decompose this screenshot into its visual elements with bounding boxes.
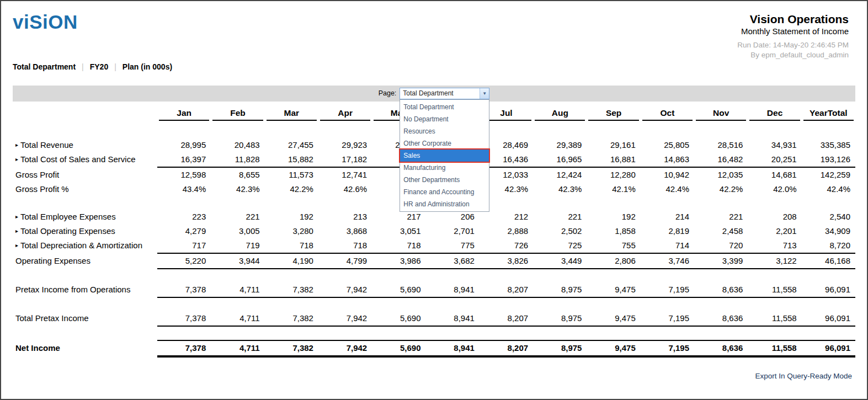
dropdown-option[interactable]: Total Department xyxy=(400,101,489,113)
row-label-text: Gross Profit xyxy=(15,168,59,182)
cell: 28,516 xyxy=(694,138,748,152)
cell: 28,995 xyxy=(157,138,211,152)
row-label: ▸Total Employee Expenses xyxy=(13,210,157,224)
cell: 775 xyxy=(426,238,480,253)
cell: 11,828 xyxy=(211,152,264,167)
cell: 714 xyxy=(641,238,694,253)
cell: 2,458 xyxy=(694,224,748,238)
cell: 42.2% xyxy=(694,182,748,196)
row-label: Gross Profit xyxy=(13,168,157,182)
cell: 7,382 xyxy=(265,341,318,355)
row-label-text: Total Revenue xyxy=(20,138,73,152)
header: viSiON Vision Operations Monthly Stateme… xyxy=(13,1,855,36)
cell: 17,182 xyxy=(318,152,372,167)
cell: 3,682 xyxy=(426,254,480,268)
cell: 2,540 xyxy=(802,210,855,224)
dropdown-option[interactable]: HR and Administration xyxy=(400,198,489,210)
cell: 8,636 xyxy=(694,311,748,326)
cell: 5,690 xyxy=(372,341,425,355)
expand-arrow-icon[interactable]: ▸ xyxy=(15,228,18,234)
column-header: Apr xyxy=(320,104,370,121)
row-label-text: Total Operating Expenses xyxy=(20,224,115,238)
dropdown-option[interactable]: Sales xyxy=(400,150,489,162)
page-dropdown[interactable]: Total Department ▼ Total DepartmentNo De… xyxy=(400,88,489,99)
cell: 3,868 xyxy=(318,224,372,238)
cell: 25,805 xyxy=(641,138,694,152)
table-row: ▸Total Operating Expenses4,2793,0053,280… xyxy=(13,224,855,238)
row-label-text: Total Cost of Sales and Service xyxy=(20,152,135,167)
export-link[interactable]: Export In Query-Ready Mode xyxy=(755,372,852,380)
cell: 4,711 xyxy=(211,341,264,355)
section-rule xyxy=(157,326,855,327)
cell: 213 xyxy=(318,210,372,224)
cell: 12,035 xyxy=(694,168,748,182)
double-rule xyxy=(157,355,855,358)
cell: 2,701 xyxy=(426,224,480,238)
cell: 5,690 xyxy=(372,282,425,297)
dropdown-option[interactable]: Resources xyxy=(400,125,489,137)
expand-arrow-icon[interactable]: ▸ xyxy=(15,243,18,248)
cell: 5,220 xyxy=(157,254,211,268)
table-corner xyxy=(13,104,157,121)
cell: 7,378 xyxy=(157,341,211,355)
cell: 3,746 xyxy=(641,254,694,268)
cell: 7,195 xyxy=(641,341,694,355)
pov-item: FY20 xyxy=(90,62,108,71)
row-label: ▸Total Operating Expenses xyxy=(13,224,157,238)
cell: 8,975 xyxy=(533,341,587,355)
dropdown-option[interactable]: Manufacturing xyxy=(400,162,489,174)
section-rule xyxy=(157,268,855,269)
cell: 726 xyxy=(480,238,533,253)
cell: 8,941 xyxy=(426,311,480,326)
cell: 12,280 xyxy=(587,168,640,182)
dropdown-option[interactable]: Finance and Accounting xyxy=(400,186,489,198)
row-label: Net Income xyxy=(13,341,157,355)
cell: 8,941 xyxy=(426,282,480,297)
row-label: ▸Total Revenue xyxy=(13,138,157,152)
cell: 11,558 xyxy=(748,341,801,355)
report-subtitle: Monthly Statement of Income xyxy=(741,26,849,36)
dropdown-option[interactable]: No Department xyxy=(400,113,489,125)
run-by: By epm_default_cloud_admin xyxy=(13,50,849,60)
cell: 42.4% xyxy=(802,182,855,196)
cell: 96,091 xyxy=(802,311,855,326)
cell: 9,475 xyxy=(587,282,640,297)
cell: 4,711 xyxy=(211,311,264,326)
cell: 4,711 xyxy=(211,282,264,297)
column-header: Feb xyxy=(212,104,263,121)
row-label: ▸Total Cost of Sales and Service xyxy=(13,152,157,167)
cell: 1,858 xyxy=(587,224,640,238)
cell: 42.1% xyxy=(587,182,640,196)
cell: 11,558 xyxy=(748,282,801,297)
run-date: Run Date: 14-May-20 2:46:45 PM xyxy=(13,40,849,50)
dropdown-arrow-button[interactable]: ▼ xyxy=(480,88,489,99)
cell: 718 xyxy=(372,238,425,253)
cell: 27,455 xyxy=(265,138,318,152)
table-row: Total Pretax Income7,3784,7117,3827,9425… xyxy=(13,311,855,326)
row-label: Operating Expenses xyxy=(13,254,157,268)
cell: 16,482 xyxy=(694,152,748,167)
cell: 7,195 xyxy=(641,311,694,326)
cell: 193,126 xyxy=(802,152,855,167)
column-header: Oct xyxy=(642,104,693,121)
dropdown-option[interactable]: Other Departments xyxy=(400,174,489,186)
cell: 3,005 xyxy=(211,224,264,238)
expand-arrow-icon[interactable]: ▸ xyxy=(15,214,18,220)
cell: 11,558 xyxy=(748,311,801,326)
cell: 8,655 xyxy=(211,168,264,182)
report-page: { "brand": { "logo_text": "viSiON" }, "h… xyxy=(0,0,868,400)
pov-item: Plan (in 000s) xyxy=(123,62,172,71)
cell: 223 xyxy=(157,210,211,224)
expand-arrow-icon[interactable]: ▸ xyxy=(15,142,18,148)
title-block: Vision Operations Monthly Statement of I… xyxy=(741,12,855,36)
row-spacer xyxy=(13,298,855,311)
cell: 725 xyxy=(533,238,587,253)
cell: 42.3% xyxy=(533,182,587,196)
chevron-down-icon: ▼ xyxy=(482,91,487,96)
dropdown-option[interactable]: Other Corporate xyxy=(400,137,489,150)
expand-arrow-icon[interactable]: ▸ xyxy=(15,157,18,162)
cell: 3,399 xyxy=(694,254,748,268)
cell: 221 xyxy=(694,210,748,224)
table-row: ▸Total Depreciation & Amortization717719… xyxy=(13,238,855,253)
table-row: Net Income7,3784,7117,3827,9425,6908,941… xyxy=(13,341,855,355)
